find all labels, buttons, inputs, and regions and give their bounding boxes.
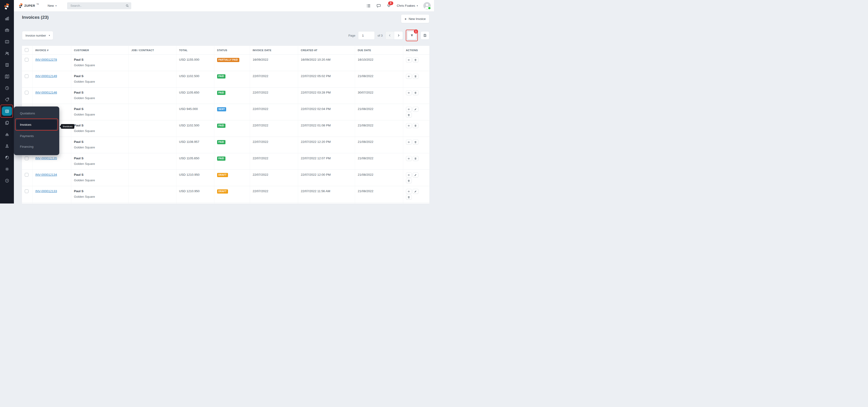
edit-button[interactable]	[413, 189, 418, 194]
row-checkbox[interactable]	[25, 91, 28, 94]
column-header: INVOICE #	[32, 46, 71, 55]
delete-button[interactable]	[413, 57, 418, 62]
prev-page-button[interactable]	[385, 31, 394, 40]
status-cell: SENT	[214, 104, 250, 120]
eye-icon	[407, 190, 410, 193]
created-at-cell	[298, 202, 355, 204]
view-button[interactable]	[406, 57, 412, 62]
sidebar-item-timesheets[interactable]	[0, 82, 14, 94]
job-contract-cell	[128, 170, 176, 186]
invoice-link[interactable]: INV-000012133	[35, 189, 57, 193]
customer-cell: Paul S Golden Square	[71, 170, 128, 186]
avatar[interactable]	[423, 2, 431, 9]
invoice-link[interactable]: INV-000012135	[35, 157, 57, 160]
row-checkbox[interactable]	[25, 58, 28, 62]
sidebar-item-organization[interactable]	[0, 59, 14, 71]
sidebar-item-customers[interactable]	[0, 48, 14, 59]
flyout-item-invoices[interactable]: Invoices	[16, 120, 57, 129]
sidebar-item-invoicing[interactable]	[0, 105, 14, 117]
sidebar-item-dispatch-map[interactable]	[0, 71, 14, 82]
search-input[interactable]	[70, 4, 125, 8]
save-view-button[interactable]	[421, 31, 429, 40]
page-number-input[interactable]	[358, 31, 375, 40]
row-checkbox[interactable]	[25, 173, 28, 177]
delete-button[interactable]	[413, 156, 418, 161]
table-row: Paul S Golden Square USD 945.000 SENT 22…	[22, 104, 429, 120]
flyout-item-quotations[interactable]: Quotations	[14, 108, 59, 119]
sidebar-item-pricing[interactable]	[0, 94, 14, 105]
row-checkbox[interactable]	[25, 189, 28, 193]
sidebar-item-reports[interactable]	[0, 152, 14, 163]
actions-cell	[403, 120, 429, 137]
delete-button[interactable]	[413, 90, 418, 95]
trash-icon	[414, 157, 417, 160]
edit-button[interactable]	[413, 173, 418, 177]
zuper-logo: ZUPERTM	[19, 3, 39, 8]
trash-icon	[414, 59, 417, 61]
sidebar-item-profile[interactable]	[0, 140, 14, 152]
filter-button[interactable]: 1	[407, 31, 416, 40]
delete-button[interactable]	[413, 74, 418, 79]
tooltip-arrow	[60, 125, 61, 128]
trash-icon	[414, 91, 417, 94]
delete-button[interactable]	[413, 123, 418, 128]
delete-button[interactable]	[413, 139, 418, 145]
created-at-cell: 22/07/2022 01:08 PM	[298, 120, 355, 137]
job-contract-cell	[128, 71, 176, 88]
view-button[interactable]	[406, 74, 412, 79]
column-header: JOB / CONTRACT	[128, 46, 176, 55]
sidebar-item-dashboard[interactable]	[0, 13, 14, 24]
invoice-link[interactable]: INV-000012146	[35, 91, 57, 94]
flyout-item-payments[interactable]: Payments	[14, 131, 59, 141]
list-view-icon[interactable]	[366, 3, 371, 8]
due-date-cell: 21/08/2022	[355, 104, 403, 120]
select-all-checkbox[interactable]	[25, 48, 28, 52]
invoice-link[interactable]: INV-000012149	[35, 74, 57, 78]
actions-cell	[403, 104, 429, 120]
invoice-link[interactable]: INV-000012278	[35, 58, 57, 61]
view-button[interactable]	[406, 90, 412, 95]
delete-button[interactable]	[406, 195, 412, 199]
table-row: Paul S Golden Square USD 1108.957 PAID 2…	[22, 137, 429, 153]
sidebar-item-documents[interactable]	[0, 117, 14, 128]
brand-name: ZUPER	[24, 3, 35, 8]
view-button[interactable]	[406, 123, 412, 128]
created-at-cell: 22/07/2022 02:04 PM	[298, 104, 355, 120]
created-at-cell: 22/07/2022 05:02 PM	[298, 71, 355, 88]
chat-icon[interactable]	[376, 3, 381, 8]
user-menu[interactable]: Chris Foakes ▾	[397, 4, 418, 7]
chevron-down-icon: ▾	[49, 34, 50, 37]
status-cell: DRAFT	[214, 186, 250, 202]
view-button[interactable]	[406, 139, 412, 145]
due-date-cell: 16/10/2022	[355, 55, 403, 71]
notifications-bell[interactable]: 0	[386, 3, 391, 8]
delete-button[interactable]	[406, 178, 412, 183]
sidebar-item-settings[interactable]	[0, 163, 14, 175]
search-field-dropdown[interactable]: Invoice number ▾	[22, 31, 53, 40]
flyout-item-financing[interactable]: Financing	[14, 141, 59, 152]
invoice-link[interactable]: INV-000012134	[35, 173, 57, 177]
invoicing-flyout-menu: Quotations Invoices Payments Financing	[14, 106, 59, 155]
global-search[interactable]	[67, 2, 131, 9]
next-page-button[interactable]	[394, 31, 403, 40]
view-button[interactable]	[406, 173, 412, 177]
customer-company: Golden Square	[74, 80, 126, 83]
total-cell: USD 1102.500	[176, 71, 214, 88]
new-invoice-button[interactable]: + New Invoice	[401, 14, 429, 23]
delete-button[interactable]	[406, 113, 412, 117]
row-checkbox[interactable]	[25, 157, 28, 160]
view-button[interactable]	[406, 156, 412, 161]
sidebar-item-jobs[interactable]	[0, 24, 14, 36]
trash-icon	[414, 75, 417, 78]
row-checkbox[interactable]	[25, 74, 28, 78]
sidebar-item-inventory[interactable]	[0, 128, 14, 140]
view-button[interactable]	[406, 107, 412, 112]
sidebar-item-help[interactable]: ?	[0, 175, 14, 186]
calculator-icon	[2, 106, 12, 116]
sidebar-item-schedule[interactable]	[0, 36, 14, 48]
view-button[interactable]	[406, 189, 412, 194]
new-menu[interactable]: New ▾	[48, 4, 57, 7]
edit-button[interactable]	[413, 107, 418, 112]
bar-chart-icon	[5, 16, 9, 21]
zuper-logo-mark-icon[interactable]	[0, 0, 14, 13]
